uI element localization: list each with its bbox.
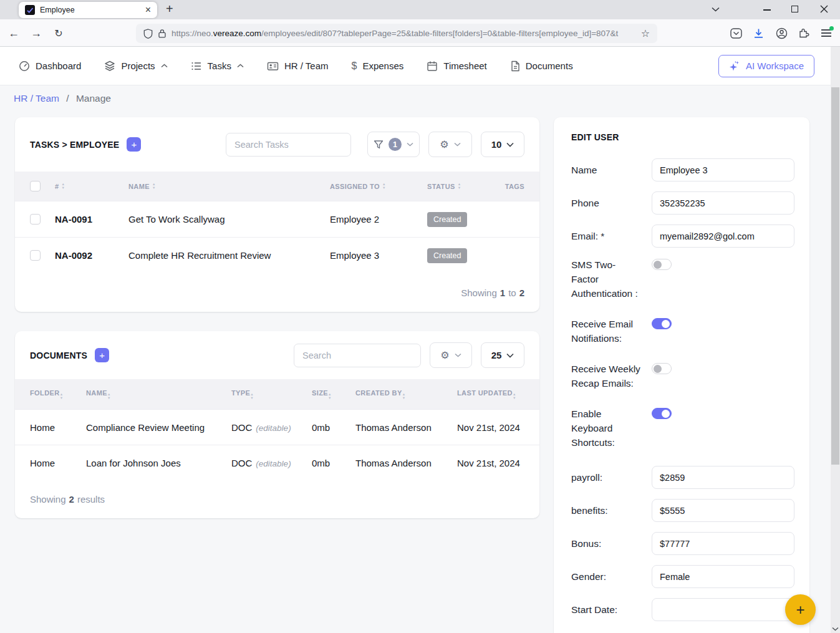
tracking-shield-icon[interactable]: [143, 29, 153, 39]
scroll-down-arrow-icon[interactable]: [832, 627, 839, 631]
window-close-button[interactable]: [820, 5, 828, 13]
documents-search-input[interactable]: [294, 344, 421, 367]
gender-field[interactable]: [652, 565, 794, 588]
payroll-field[interactable]: [652, 466, 794, 489]
column-header-tags[interactable]: TAGS: [496, 183, 539, 190]
extensions-puzzle-icon[interactable]: [796, 19, 811, 47]
form-row-weekly-recap: Receive Weekly Recap Emails:: [571, 362, 794, 390]
table-row[interactable]: Home Compliance Review Meeting DOC(edita…: [15, 409, 539, 445]
page-scrollbar[interactable]: [831, 47, 840, 633]
column-header-created-by[interactable]: CREATED BY▲▼: [355, 389, 457, 400]
sms-2fa-toggle[interactable]: [652, 259, 672, 270]
tasks-search-input[interactable]: [226, 133, 351, 157]
add-task-button[interactable]: +: [127, 137, 141, 152]
table-row[interactable]: NA-0092 Complete HR Recruitment Review E…: [15, 237, 539, 273]
column-header-assigned-to[interactable]: ASSIGNED TO▲▼: [330, 183, 427, 190]
nav-item-timesheet[interactable]: Timesheet: [427, 60, 486, 72]
sort-icon: ▲▼: [458, 183, 461, 190]
chevron-up-icon: [161, 64, 168, 68]
app-favicon-icon: [25, 5, 35, 15]
tasks-filter-button[interactable]: 1: [367, 132, 420, 157]
floating-add-button[interactable]: +: [785, 594, 816, 625]
column-header-last-updated[interactable]: LAST UPDATED▲▼: [457, 389, 524, 400]
field-label: Receive Email Notifiations:: [571, 317, 641, 345]
field-label: payroll:: [571, 470, 641, 485]
breadcrumb: HR / Team / Manage: [14, 93, 111, 104]
keyboard-shortcuts-toggle[interactable]: [652, 408, 672, 419]
bookmark-star-icon[interactable]: ☆: [641, 27, 650, 39]
tasks-table-header: #▲▼ NAME▲▼ ASSIGNED TO▲▼ STATUS▲▼ TAGS: [15, 172, 539, 201]
sort-icon: ▲▼: [382, 183, 386, 190]
nav-item-hr-team[interactable]: HR / Team: [267, 60, 329, 72]
nav-item-tasks[interactable]: Tasks: [191, 60, 244, 72]
sort-icon: ▲▼: [328, 393, 332, 400]
column-header-type[interactable]: TYPE▲▼: [231, 389, 312, 400]
doc-folder: Home: [30, 422, 86, 433]
column-header-size[interactable]: SIZE▲▼: [312, 389, 355, 400]
form-row-gender: Gender:: [571, 565, 794, 588]
url-bar[interactable]: https://neo.vereaze.com/employees/edit/8…: [136, 24, 657, 43]
row-checkbox[interactable]: [30, 250, 41, 261]
layers-icon: [104, 60, 115, 72]
start-date-field[interactable]: [652, 598, 794, 621]
name-field[interactable]: [652, 158, 794, 181]
email-notifications-toggle[interactable]: [652, 318, 672, 329]
tasks-page-size-select[interactable]: 10: [481, 132, 524, 157]
form-row-keyboard-shortcuts: Enable Keyboard Shortcuts:: [571, 407, 794, 450]
new-tab-button[interactable]: +: [166, 2, 173, 16]
reload-button[interactable]: ↻: [50, 19, 67, 47]
tab-title: Employee: [40, 6, 140, 14]
menu-hamburger-icon[interactable]: [819, 19, 834, 47]
scrollbar-thumb[interactable]: [831, 87, 839, 465]
nav-item-expenses[interactable]: $ Expenses: [352, 60, 404, 72]
documents-settings-button[interactable]: ⚙: [430, 342, 472, 368]
column-header-name[interactable]: NAME▲▼: [128, 183, 330, 190]
benefits-field[interactable]: [652, 499, 794, 522]
column-header-status[interactable]: STATUS▲▼: [427, 183, 496, 190]
chevron-down-icon: [455, 353, 461, 357]
email-field[interactable]: [652, 225, 794, 248]
add-document-button[interactable]: +: [95, 348, 109, 362]
doc-size: 0mb: [312, 422, 355, 433]
nav-item-projects[interactable]: Projects: [104, 60, 167, 72]
pocket-icon[interactable]: [728, 19, 743, 47]
funnel-icon: [374, 140, 384, 150]
select-all-checkbox[interactable]: [30, 181, 41, 191]
document-icon: [510, 60, 520, 72]
doc-name: Loan for Johnson Joes: [86, 458, 231, 468]
column-header-name[interactable]: NAME▲▼: [86, 389, 231, 400]
documents-table-header: FOLDER▲▼ NAME▲▼ TYPE▲▼ SIZE▲▼ CREATED BY…: [15, 379, 539, 409]
tasks-settings-button[interactable]: ⚙: [428, 132, 472, 157]
browser-tab[interactable]: Employee ×: [19, 2, 157, 18]
column-header-folder[interactable]: FOLDER▲▼: [30, 389, 86, 400]
back-button[interactable]: ←: [5, 19, 22, 47]
tab-close-icon[interactable]: ×: [145, 5, 151, 15]
forward-button[interactable]: →: [27, 19, 45, 47]
downloads-icon[interactable]: [751, 19, 766, 47]
filter-count-badge: 1: [389, 138, 402, 151]
status-badge: Created: [427, 248, 467, 263]
account-icon[interactable]: [774, 19, 789, 47]
doc-folder: Home: [30, 458, 86, 468]
phone-field[interactable]: [652, 191, 794, 215]
id-card-icon: [267, 60, 279, 72]
table-row[interactable]: NA-0091 Get To Work Scallywag Employee 2…: [15, 201, 539, 237]
calendar-icon: [427, 60, 438, 72]
window-minimize-button[interactable]: [763, 9, 771, 11]
weekly-recap-toggle[interactable]: [652, 363, 672, 374]
bonus-field[interactable]: [652, 532, 794, 555]
documents-page-size-select[interactable]: 25: [481, 342, 524, 368]
column-header-id[interactable]: #▲▼: [55, 183, 128, 190]
nav-item-dashboard[interactable]: Dashboard: [19, 60, 81, 72]
window-maximize-button[interactable]: [791, 6, 798, 12]
tab-list-chevron-icon[interactable]: [712, 7, 720, 12]
nav-item-documents[interactable]: Documents: [510, 60, 573, 72]
ai-workspace-button[interactable]: AI Workspace: [718, 55, 814, 77]
scroll-up-arrow-icon[interactable]: [832, 50, 839, 54]
breadcrumb-link[interactable]: HR / Team: [14, 93, 59, 104]
form-row-benefits: benefits:: [571, 499, 794, 522]
table-row[interactable]: Home Loan for Johnson Joes DOC(editable)…: [15, 445, 539, 480]
lock-icon[interactable]: [158, 29, 166, 38]
row-checkbox[interactable]: [30, 214, 41, 225]
chevron-down-icon: [506, 353, 514, 358]
